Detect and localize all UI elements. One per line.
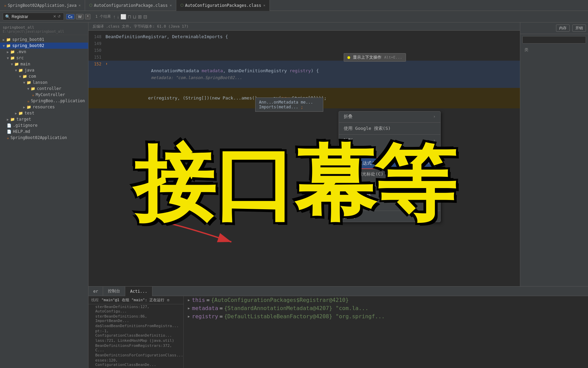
menu-item-add-inline-watch[interactable]: + 添加内联监视 <box>339 200 440 210</box>
run-cursor-icon: ✕ <box>344 172 346 177</box>
menu-addinline-label: 添加内联监视 <box>349 202 375 208</box>
tab-autoconfig-packages[interactable]: ⬡ AutoConfigurationPackages.class ✕ <box>176 0 270 11</box>
folder-icon: 📁 <box>14 62 19 66</box>
whole-word-btn[interactable]: W <box>76 14 83 19</box>
sidebar-item-target[interactable]: ▶ 📁 target <box>0 116 88 122</box>
tab-runner[interactable]: er <box>88 287 103 296</box>
sidebar-item-springbootapp[interactable]: ☕ SpringBoo...pplication <box>0 98 88 104</box>
tab-close-2[interactable]: ✕ <box>263 3 265 7</box>
filter-btn[interactable]: ⊟ <box>143 14 147 19</box>
tab-autoconfig-package[interactable]: ⬡ AutoConfigurationPackage.class ✕ <box>85 0 176 11</box>
stack-frame-item[interactable]: BeanDefinitionsFromRegistrars:372, C... <box>88 343 183 353</box>
debug-var-item[interactable]: ▶ this = {AutoConfigurationPackages$Regi… <box>184 296 588 304</box>
sidebar-item-com[interactable]: ▼ 📁 com <box>0 73 88 79</box>
sidebar-item-label: .gitignore <box>13 123 37 128</box>
format-btn[interactable]: ⊞ <box>138 14 142 19</box>
menu-item-open-in[interactable]: 打开于 <box>339 212 440 222</box>
tree-arrow-icon: ▼ <box>7 56 9 60</box>
tab-close-1[interactable]: ✕ <box>170 3 172 7</box>
memory-btn[interactable]: 内存 <box>556 25 570 32</box>
java-file-icon: ☕ <box>7 136 9 140</box>
unpin-btn[interactable]: ⊔ <box>133 14 136 19</box>
bottom-panel: er 控制台 Acti... 线程 "main"@1 在组 "main": 正 <box>88 286 588 368</box>
action-shortcut: Alt+E... <box>384 55 402 60</box>
sidebar-item-boot02[interactable]: ▼ 📁 spring_boot02 <box>0 43 88 49</box>
menu-item-fold[interactable]: 折叠 <box>339 111 440 122</box>
stack-frame-item[interactable]: lass:721, LinkedHashMap (java.util) <box>88 338 183 343</box>
thread-name: "main"@1 在组 "main": 正在运行 <box>101 297 164 303</box>
debug-var-item[interactable]: ▶ metadata = {StandardAnnotationMetadata… <box>184 304 588 312</box>
sidebar-item-src[interactable]: ▼ 📁 src <box>0 55 88 61</box>
sidebar-item-label: controller <box>37 86 61 91</box>
sidebar-item-gitignore[interactable]: 📄 .gitignore <box>0 122 88 128</box>
menu-item-google[interactable]: 使用 Google 搜索(S) <box>339 123 440 134</box>
sidebar-item-mycontroller[interactable]: ☕ MyController <box>0 92 88 98</box>
show-in-editor-btn[interactable]: ⬜ <box>120 14 126 19</box>
tab-activity[interactable]: Acti... <box>125 287 152 296</box>
sidebar-item-label: src <box>16 56 24 60</box>
popup-line2: Imports(metad... ; <box>259 105 320 109</box>
folder-icon: 📁 <box>22 74 27 79</box>
sidebar-item-resources[interactable]: ▶ 📁 resources <box>0 104 88 110</box>
folder-icon: 📁 <box>27 105 31 109</box>
next-result-btn[interactable]: ↓ <box>117 14 119 19</box>
menu-generate-label: 生成... <box>344 148 360 154</box>
menu-item-generate[interactable]: 生成... Alt+Insert <box>339 145 440 156</box>
search-result-count: 1 个结果 <box>95 14 111 19</box>
stack-frame-item[interactable]: da$loadBeanDefinitionsFromRegistra... <box>88 323 183 328</box>
sidebar-item-java[interactable]: ▼ 📁 java <box>0 67 88 73</box>
sidebar-item-mvn[interactable]: ▶ 📁 .mvn <box>0 49 88 55</box>
stack-frame-item[interactable]: BeanDefinitionsForConfigurationClass... <box>88 353 183 358</box>
sidebar-item-helpmd[interactable]: 📄 HELP.md <box>0 128 88 135</box>
folder-icon: 📁 <box>6 44 11 48</box>
stack-frame-item[interactable]: esses:120, ConfigurationClassBeanDe... <box>88 358 183 367</box>
search-refresh-btn[interactable]: ↺ <box>57 14 61 19</box>
add-inline-icon: + <box>344 202 346 207</box>
var-arrow-icon: ▶ <box>188 313 190 320</box>
sidebar-item-boot01[interactable]: ▶ 📁 spring_boot01 <box>0 36 88 43</box>
debug-vars-list: ▶ this = {AutoConfigurationPackages$Regi… <box>184 296 588 321</box>
var-value: {StandardAnnotationMetadata@4207} "com.l… <box>224 305 369 312</box>
sidebar-item-controller[interactable]: ▼ 📁 controller <box>0 86 88 92</box>
debug-var-item[interactable]: ▶ registry = {DefaultListableBeanFactory… <box>184 312 588 321</box>
sidebar-item-test[interactable]: ▶ 📁 test <box>0 110 88 116</box>
menu-item-goto[interactable]: 转到 <box>339 135 440 145</box>
sidebar-item-label: main <box>20 62 30 66</box>
right-search <box>520 34 588 46</box>
menu-item-force-run[interactable]: ✕ 强制运行到光标处(S) Ctrl+Alt+F9 <box>339 179 440 189</box>
search-input[interactable] <box>12 14 52 19</box>
prev-result-btn[interactable]: ↑ <box>113 14 115 19</box>
pin-btn[interactable]: ⊓ <box>128 14 131 19</box>
tree-arrow-icon: ▼ <box>11 62 13 66</box>
sidebar-item-label: spring_boot01 <box>12 37 44 42</box>
var-value: {AutoConfigurationPackages$Registrar@421… <box>211 297 349 304</box>
sidebar-item-lanson[interactable]: ▼ 📁 lanson <box>0 79 88 86</box>
folder-icon: 📁 <box>31 87 35 91</box>
overhead-btn[interactable]: 开销 <box>572 25 586 32</box>
sidebar-item-label: java <box>24 68 34 73</box>
stack-frame-item[interactable]: sterBeanDefinitions:86, ImportBeanDe... <box>88 314 183 323</box>
menu-item-evaluate[interactable]: ⊞ 评估表达式(X)... Alt+F8 <box>339 157 440 169</box>
search-clear-btn[interactable]: ✕ <box>52 14 57 19</box>
menu-item-run-to-cursor[interactable]: ✕ 运行到光标处(C) Alt+F9 <box>339 169 440 179</box>
menu-divider <box>339 211 440 211</box>
folder-icon: 📁 <box>10 50 15 54</box>
right-search-input[interactable] <box>522 36 586 44</box>
stack-frame-item[interactable]: sterBeanDefinitions:127, AutoConfigu... <box>88 304 183 314</box>
tab-console[interactable]: 控制台 <box>103 287 125 296</box>
action-tooltip-text: 显示上下文操作 <box>353 55 381 60</box>
menu-item-add-watch[interactable]: + 添加到监视 <box>339 189 440 200</box>
sidebar-item-main[interactable]: ▼ 📁 main <box>0 61 88 67</box>
tab-close-0[interactable]: ✕ <box>79 3 81 7</box>
tab-bar: ☕ SpringBoot02Application.java ✕ ⬡ AutoC… <box>0 0 588 11</box>
context-menu: 折叠 使用 Google 搜索(S) 转到 生成 <box>339 111 441 222</box>
tab-springboot-app[interactable]: ☕ SpringBoot02Application.java ✕ <box>0 0 85 11</box>
regex-btn[interactable]: * <box>85 14 91 19</box>
sidebar-item-label: resources <box>33 105 55 109</box>
var-name: this <box>192 297 205 304</box>
case-sensitive-btn[interactable]: Cc <box>66 14 75 19</box>
stack-frame-item[interactable]: pt:-1, ConfigurationClassBeanDefinitio..… <box>88 328 183 338</box>
var-value: {DefaultListableBeanFactory@4208} "org.s… <box>224 313 385 320</box>
tree-arrow-icon: ▶ <box>7 118 9 121</box>
sidebar-item-springbootapp2[interactable]: ☕ SpringBoot02Application <box>0 135 88 141</box>
